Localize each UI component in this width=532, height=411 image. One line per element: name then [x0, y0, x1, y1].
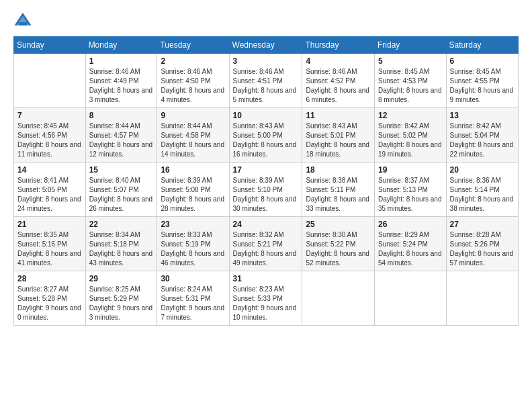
calendar-row-3: 21Sunrise: 8:35 AMSunset: 5:16 PMDayligh…: [14, 217, 519, 271]
calendar-cell: 2Sunrise: 8:46 AMSunset: 4:50 PMDaylight…: [157, 54, 229, 108]
day-number: 19: [378, 165, 443, 175]
logo: [13, 11, 35, 30]
day-number: 7: [17, 111, 82, 120]
day-info: Sunrise: 8:43 AMSunset: 5:00 PMDaylight:…: [233, 122, 299, 159]
calendar-cell: 27Sunrise: 8:28 AMSunset: 5:26 PMDayligh…: [446, 217, 518, 271]
day-info: Sunrise: 8:36 AMSunset: 5:14 PMDaylight:…: [450, 176, 515, 214]
day-info: Sunrise: 8:38 AMSunset: 5:11 PMDaylight:…: [306, 176, 371, 214]
weekday-header-row: SundayMondayTuesdayWednesdayThursdayFrid…: [14, 37, 519, 54]
calendar-cell: 28Sunrise: 8:27 AMSunset: 5:28 PMDayligh…: [14, 271, 86, 326]
calendar-cell: 17Sunrise: 8:39 AMSunset: 5:10 PMDayligh…: [229, 163, 302, 217]
calendar-table: SundayMondayTuesdayWednesdayThursdayFrid…: [13, 36, 519, 326]
day-info: Sunrise: 8:41 AMSunset: 5:05 PMDaylight:…: [17, 176, 82, 214]
calendar-cell: [446, 271, 518, 326]
day-info: Sunrise: 8:32 AMSunset: 5:21 PMDaylight:…: [233, 230, 299, 268]
day-info: Sunrise: 8:46 AMSunset: 4:49 PMDaylight:…: [89, 67, 154, 105]
day-number: 4: [306, 56, 371, 66]
day-info: Sunrise: 8:25 AMSunset: 5:29 PMDaylight:…: [89, 285, 154, 322]
day-number: 18: [306, 165, 371, 175]
day-info: Sunrise: 8:45 AMSunset: 4:55 PMDaylight:…: [450, 67, 515, 105]
weekday-header-monday: Monday: [85, 37, 157, 54]
weekday-header-sunday: Sunday: [14, 37, 86, 54]
day-info: Sunrise: 8:40 AMSunset: 5:07 PMDaylight:…: [89, 176, 154, 214]
calendar-row-1: 7Sunrise: 8:45 AMSunset: 4:56 PMDaylight…: [14, 108, 519, 163]
day-info: Sunrise: 8:43 AMSunset: 5:01 PMDaylight:…: [306, 122, 371, 159]
svg-rect-2: [19, 22, 27, 26]
weekday-header-wednesday: Wednesday: [229, 37, 302, 54]
calendar-cell: 12Sunrise: 8:42 AMSunset: 5:02 PMDayligh…: [374, 108, 446, 163]
day-info: Sunrise: 8:46 AMSunset: 4:52 PMDaylight:…: [306, 67, 371, 105]
day-info: Sunrise: 8:37 AMSunset: 5:13 PMDaylight:…: [378, 176, 443, 214]
day-info: Sunrise: 8:46 AMSunset: 4:50 PMDaylight:…: [161, 67, 225, 105]
day-number: 26: [378, 220, 443, 229]
day-info: Sunrise: 8:24 AMSunset: 5:31 PMDaylight:…: [161, 285, 225, 322]
calendar-cell: 24Sunrise: 8:32 AMSunset: 5:21 PMDayligh…: [229, 217, 302, 271]
calendar-cell: 30Sunrise: 8:24 AMSunset: 5:31 PMDayligh…: [157, 271, 229, 326]
day-number: 23: [161, 220, 225, 229]
calendar-row-0: 1Sunrise: 8:46 AMSunset: 4:49 PMDaylight…: [14, 54, 519, 108]
day-info: Sunrise: 8:45 AMSunset: 4:56 PMDaylight:…: [17, 122, 82, 159]
day-info: Sunrise: 8:44 AMSunset: 4:58 PMDaylight:…: [161, 122, 225, 159]
calendar-cell: 23Sunrise: 8:33 AMSunset: 5:19 PMDayligh…: [157, 217, 229, 271]
calendar-cell: [374, 271, 446, 326]
day-number: 1: [89, 56, 154, 66]
calendar-cell: 8Sunrise: 8:44 AMSunset: 4:57 PMDaylight…: [85, 108, 157, 163]
weekday-header-saturday: Saturday: [446, 37, 518, 54]
day-number: 28: [17, 274, 82, 283]
calendar-cell: 7Sunrise: 8:45 AMSunset: 4:56 PMDaylight…: [14, 108, 86, 163]
day-number: 14: [17, 165, 82, 175]
page: SundayMondayTuesdayWednesdayThursdayFrid…: [0, 0, 532, 411]
day-info: Sunrise: 8:33 AMSunset: 5:19 PMDaylight:…: [161, 230, 225, 268]
calendar-cell: 18Sunrise: 8:38 AMSunset: 5:11 PMDayligh…: [302, 163, 375, 217]
calendar-cell: 9Sunrise: 8:44 AMSunset: 4:58 PMDaylight…: [157, 108, 229, 163]
calendar-row-2: 14Sunrise: 8:41 AMSunset: 5:05 PMDayligh…: [14, 163, 519, 217]
day-number: 22: [89, 220, 154, 229]
calendar-cell: 31Sunrise: 8:23 AMSunset: 5:33 PMDayligh…: [229, 271, 302, 326]
day-info: Sunrise: 8:35 AMSunset: 5:16 PMDaylight:…: [17, 230, 82, 268]
day-number: 27: [450, 220, 515, 229]
day-number: 15: [89, 165, 154, 175]
calendar-cell: 19Sunrise: 8:37 AMSunset: 5:13 PMDayligh…: [374, 163, 446, 217]
header: [13, 11, 519, 30]
day-number: 21: [17, 220, 82, 229]
calendar-cell: 4Sunrise: 8:46 AMSunset: 4:52 PMDaylight…: [302, 54, 375, 108]
calendar-cell: 26Sunrise: 8:29 AMSunset: 5:24 PMDayligh…: [374, 217, 446, 271]
calendar-cell: 13Sunrise: 8:42 AMSunset: 5:04 PMDayligh…: [446, 108, 518, 163]
calendar-cell: 1Sunrise: 8:46 AMSunset: 4:49 PMDaylight…: [85, 54, 157, 108]
day-number: 12: [378, 111, 443, 120]
calendar-cell: 10Sunrise: 8:43 AMSunset: 5:00 PMDayligh…: [229, 108, 302, 163]
day-info: Sunrise: 8:45 AMSunset: 4:53 PMDaylight:…: [378, 67, 443, 105]
calendar-cell: 6Sunrise: 8:45 AMSunset: 4:55 PMDaylight…: [446, 54, 518, 108]
weekday-header-friday: Friday: [374, 37, 446, 54]
calendar-cell: 29Sunrise: 8:25 AMSunset: 5:29 PMDayligh…: [85, 271, 157, 326]
calendar-cell: 21Sunrise: 8:35 AMSunset: 5:16 PMDayligh…: [14, 217, 86, 271]
day-number: 17: [233, 165, 299, 175]
weekday-header-thursday: Thursday: [302, 37, 375, 54]
day-number: 10: [233, 111, 299, 120]
day-info: Sunrise: 8:27 AMSunset: 5:28 PMDaylight:…: [17, 285, 82, 322]
day-number: 2: [161, 56, 225, 66]
day-info: Sunrise: 8:30 AMSunset: 5:22 PMDaylight:…: [306, 230, 371, 268]
day-info: Sunrise: 8:42 AMSunset: 5:02 PMDaylight:…: [378, 122, 443, 159]
calendar-cell: 14Sunrise: 8:41 AMSunset: 5:05 PMDayligh…: [14, 163, 86, 217]
day-info: Sunrise: 8:44 AMSunset: 4:57 PMDaylight:…: [89, 122, 154, 159]
weekday-header-tuesday: Tuesday: [157, 37, 229, 54]
day-number: 24: [233, 220, 299, 229]
calendar-cell: 22Sunrise: 8:34 AMSunset: 5:18 PMDayligh…: [85, 217, 157, 271]
day-info: Sunrise: 8:39 AMSunset: 5:08 PMDaylight:…: [161, 176, 225, 214]
day-number: 30: [161, 274, 225, 283]
day-number: 5: [378, 56, 443, 66]
day-number: 9: [161, 111, 225, 120]
day-number: 13: [450, 111, 515, 120]
day-info: Sunrise: 8:34 AMSunset: 5:18 PMDaylight:…: [89, 230, 154, 268]
calendar-cell: 20Sunrise: 8:36 AMSunset: 5:14 PMDayligh…: [446, 163, 518, 217]
day-number: 25: [306, 220, 371, 229]
day-number: 20: [450, 165, 515, 175]
logo-icon: [13, 11, 32, 30]
day-number: 3: [233, 56, 299, 66]
calendar-cell: 16Sunrise: 8:39 AMSunset: 5:08 PMDayligh…: [157, 163, 229, 217]
day-number: 8: [89, 111, 154, 120]
day-info: Sunrise: 8:28 AMSunset: 5:26 PMDaylight:…: [450, 230, 515, 268]
day-number: 31: [233, 274, 299, 283]
calendar-cell: 5Sunrise: 8:45 AMSunset: 4:53 PMDaylight…: [374, 54, 446, 108]
